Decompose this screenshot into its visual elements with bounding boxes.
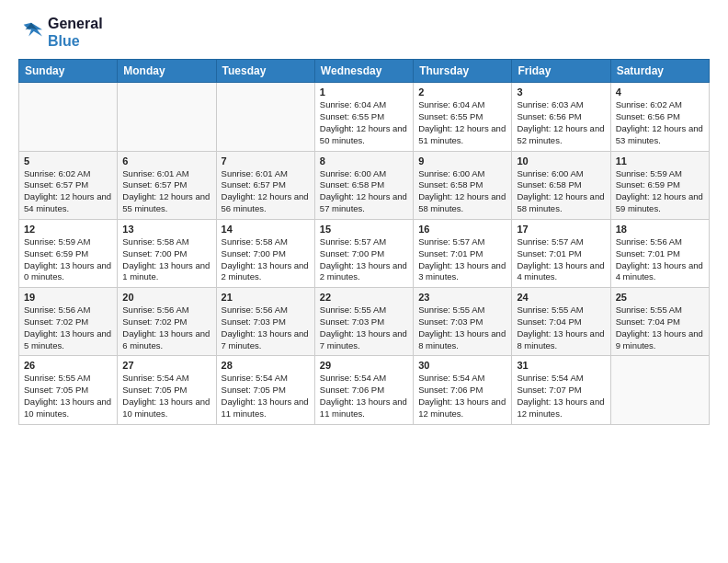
daylight-label: Daylight: 13 hours and 5 minutes. <box>24 328 111 350</box>
sunrise-label: Sunrise: 5:59 AM <box>24 236 90 247</box>
calendar-week-row: 19 Sunrise: 5:56 AM Sunset: 7:02 PM Dayl… <box>19 288 710 356</box>
day-number: 23 <box>418 292 506 303</box>
sunset-label: Sunset: 6:57 PM <box>24 179 88 190</box>
sunrise-label: Sunrise: 5:59 AM <box>616 168 682 178</box>
day-detail: Sunrise: 5:58 AM Sunset: 7:00 PM Dayligh… <box>222 236 310 283</box>
sunset-label: Sunset: 7:03 PM <box>418 316 483 327</box>
calendar-cell: 29 Sunrise: 5:54 AM Sunset: 7:06 PM Dayl… <box>314 356 413 424</box>
day-detail: Sunrise: 5:54 AM Sunset: 7:07 PM Dayligh… <box>517 373 605 419</box>
sunrise-label: Sunrise: 5:54 AM <box>122 373 188 383</box>
logo: General Blue <box>18 15 103 50</box>
daylight-label: Daylight: 12 hours and 54 minutes. <box>24 191 111 213</box>
sunrise-label: Sunrise: 6:02 AM <box>24 168 90 178</box>
sunrise-label: Sunrise: 6:01 AM <box>222 168 288 178</box>
day-number: 27 <box>122 360 210 371</box>
calendar-cell: 28 Sunrise: 5:54 AM Sunset: 7:05 PM Dayl… <box>216 356 314 424</box>
calendar-cell: 25 Sunrise: 5:55 AM Sunset: 7:04 PM Dayl… <box>610 288 709 356</box>
weekday-header-thursday: Thursday <box>414 60 512 83</box>
calendar-table: SundayMondayTuesdayWednesdayThursdayFrid… <box>18 59 710 424</box>
sunrise-label: Sunrise: 5:54 AM <box>418 373 484 383</box>
weekday-header-monday: Monday <box>118 60 216 83</box>
day-detail: Sunrise: 5:54 AM Sunset: 7:06 PM Dayligh… <box>418 373 506 419</box>
calendar-cell: 26 Sunrise: 5:55 AM Sunset: 7:05 PM Dayl… <box>19 356 118 424</box>
calendar-cell: 18 Sunrise: 5:56 AM Sunset: 7:01 PM Dayl… <box>610 219 709 287</box>
sunrise-label: Sunrise: 5:54 AM <box>517 373 583 383</box>
day-number: 17 <box>517 224 605 235</box>
calendar-cell: 5 Sunrise: 6:02 AM Sunset: 6:57 PM Dayli… <box>19 151 118 219</box>
calendar-cell: 23 Sunrise: 5:55 AM Sunset: 7:03 PM Dayl… <box>414 288 512 356</box>
day-detail: Sunrise: 5:57 AM Sunset: 7:01 PM Dayligh… <box>418 236 506 283</box>
sunrise-label: Sunrise: 5:57 AM <box>517 236 583 247</box>
day-number: 20 <box>122 292 210 303</box>
sunrise-label: Sunrise: 5:56 AM <box>122 304 188 315</box>
day-number: 28 <box>222 360 310 371</box>
day-detail: Sunrise: 5:56 AM Sunset: 7:01 PM Dayligh… <box>616 236 704 283</box>
daylight-label: Daylight: 13 hours and 1 minute. <box>122 260 210 282</box>
sunrise-label: Sunrise: 5:55 AM <box>418 304 484 315</box>
daylight-label: Daylight: 13 hours and 11 minutes. <box>222 396 309 419</box>
daylight-label: Daylight: 13 hours and 8 minutes. <box>517 328 604 350</box>
day-number: 29 <box>320 360 408 371</box>
sunset-label: Sunset: 6:57 PM <box>122 179 187 190</box>
sunrise-label: Sunrise: 6:03 AM <box>517 99 583 109</box>
sunrise-label: Sunrise: 6:04 AM <box>418 99 484 109</box>
day-detail: Sunrise: 5:54 AM Sunset: 7:05 PM Dayligh… <box>122 373 210 419</box>
daylight-label: Daylight: 13 hours and 12 minutes. <box>517 396 604 419</box>
daylight-label: Daylight: 13 hours and 0 minutes. <box>24 260 111 282</box>
daylight-label: Daylight: 13 hours and 2 minutes. <box>320 260 407 282</box>
calendar-cell <box>610 356 709 424</box>
day-detail: Sunrise: 6:02 AM Sunset: 6:57 PM Dayligh… <box>24 168 112 215</box>
calendar-cell: 6 Sunrise: 6:01 AM Sunset: 6:57 PM Dayli… <box>118 151 216 219</box>
daylight-label: Daylight: 12 hours and 50 minutes. <box>320 123 407 145</box>
day-detail: Sunrise: 5:55 AM Sunset: 7:05 PM Dayligh… <box>24 373 112 419</box>
sunrise-label: Sunrise: 6:02 AM <box>616 99 682 109</box>
daylight-label: Daylight: 13 hours and 6 minutes. <box>122 328 210 350</box>
day-number: 9 <box>418 155 506 167</box>
day-detail: Sunrise: 5:54 AM Sunset: 7:06 PM Dayligh… <box>320 373 408 419</box>
calendar-cell <box>118 83 216 151</box>
sunset-label: Sunset: 7:04 PM <box>616 316 680 327</box>
calendar-cell: 13 Sunrise: 5:58 AM Sunset: 7:00 PM Dayl… <box>118 219 216 287</box>
sunset-label: Sunset: 6:58 PM <box>418 179 483 190</box>
day-number: 3 <box>517 86 605 98</box>
daylight-label: Daylight: 13 hours and 10 minutes. <box>122 396 210 419</box>
day-detail: Sunrise: 5:59 AM Sunset: 6:59 PM Dayligh… <box>24 236 112 283</box>
sunset-label: Sunset: 7:04 PM <box>517 316 581 327</box>
weekday-header-sunday: Sunday <box>19 60 118 83</box>
sunset-label: Sunset: 6:56 PM <box>517 111 581 121</box>
daylight-label: Daylight: 13 hours and 2 minutes. <box>222 260 309 282</box>
sunset-label: Sunset: 6:55 PM <box>418 111 483 121</box>
day-detail: Sunrise: 6:02 AM Sunset: 6:56 PM Dayligh… <box>616 99 704 146</box>
daylight-label: Daylight: 13 hours and 11 minutes. <box>320 396 407 419</box>
calendar-cell: 16 Sunrise: 5:57 AM Sunset: 7:01 PM Dayl… <box>414 219 512 287</box>
day-number: 22 <box>320 292 408 303</box>
day-detail: Sunrise: 5:55 AM Sunset: 7:04 PM Dayligh… <box>616 304 704 351</box>
sunset-label: Sunset: 6:59 PM <box>616 179 680 190</box>
calendar-cell: 3 Sunrise: 6:03 AM Sunset: 6:56 PM Dayli… <box>512 83 610 151</box>
sunset-label: Sunset: 7:05 PM <box>122 385 187 395</box>
daylight-label: Daylight: 12 hours and 57 minutes. <box>320 191 407 213</box>
daylight-label: Daylight: 12 hours and 56 minutes. <box>222 191 309 213</box>
day-number: 5 <box>24 155 112 167</box>
daylight-label: Daylight: 13 hours and 9 minutes. <box>616 328 703 350</box>
calendar-cell: 30 Sunrise: 5:54 AM Sunset: 7:06 PM Dayl… <box>414 356 512 424</box>
calendar-cell: 31 Sunrise: 5:54 AM Sunset: 7:07 PM Dayl… <box>512 356 610 424</box>
day-number: 2 <box>418 86 506 98</box>
sunrise-label: Sunrise: 5:55 AM <box>24 373 90 383</box>
sunrise-label: Sunrise: 6:00 AM <box>517 168 583 178</box>
sunrise-label: Sunrise: 6:00 AM <box>320 168 386 178</box>
daylight-label: Daylight: 12 hours and 53 minutes. <box>616 123 703 145</box>
daylight-label: Daylight: 12 hours and 52 minutes. <box>517 123 604 145</box>
day-detail: Sunrise: 5:55 AM Sunset: 7:03 PM Dayligh… <box>418 304 506 351</box>
day-detail: Sunrise: 6:01 AM Sunset: 6:57 PM Dayligh… <box>222 168 310 215</box>
day-detail: Sunrise: 5:55 AM Sunset: 7:03 PM Dayligh… <box>320 304 408 351</box>
day-number: 16 <box>418 224 506 235</box>
day-number: 4 <box>616 86 704 98</box>
sunrise-label: Sunrise: 5:56 AM <box>616 236 682 247</box>
daylight-label: Daylight: 12 hours and 58 minutes. <box>517 191 604 213</box>
daylight-label: Daylight: 12 hours and 51 minutes. <box>418 123 506 145</box>
day-detail: Sunrise: 5:56 AM Sunset: 7:02 PM Dayligh… <box>24 304 112 351</box>
calendar-week-row: 12 Sunrise: 5:59 AM Sunset: 6:59 PM Dayl… <box>19 219 710 287</box>
day-number: 15 <box>320 224 408 235</box>
calendar-cell: 19 Sunrise: 5:56 AM Sunset: 7:02 PM Dayl… <box>19 288 118 356</box>
